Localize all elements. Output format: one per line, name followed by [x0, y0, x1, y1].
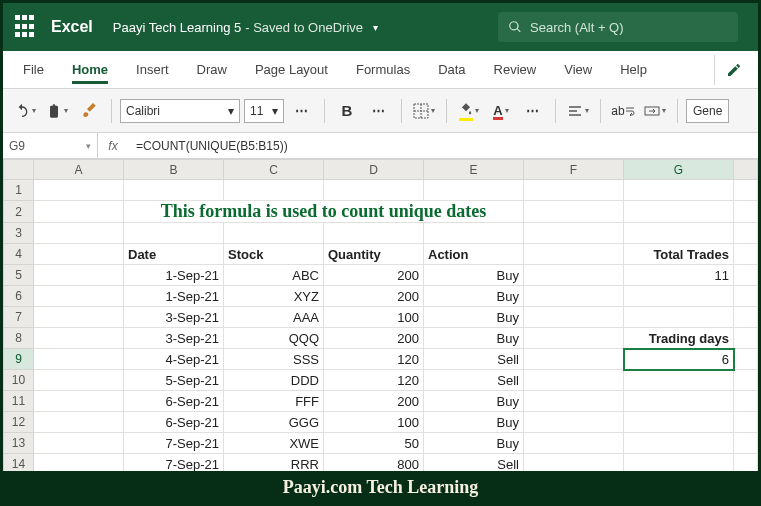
formula-bar: G9▾ fx =COUNT(UNIQUE(B5:B15)) [3, 133, 758, 159]
document-title[interactable]: Paayi Tech Learning 5 - Saved to OneDriv… [113, 20, 378, 35]
ribbon: ▾ ▾ Calibri▾ 11▾ ⋯ B ⋯ ▾ ▾ A▾ ⋯ ▾ ab ▾ G… [3, 89, 758, 133]
app-name: Excel [51, 18, 93, 36]
pen-icon [726, 62, 742, 78]
row-header[interactable]: 4 [4, 244, 34, 265]
search-input[interactable]: Search (Alt + Q) [498, 12, 738, 42]
number-format-select[interactable]: Gene [686, 99, 729, 123]
fx-label[interactable]: fx [98, 139, 128, 153]
format-painter-button[interactable] [75, 97, 103, 125]
font-color-button[interactable]: A▾ [487, 97, 515, 125]
font-style-more-button[interactable]: ⋯ [365, 97, 393, 125]
tab-file[interactable]: File [9, 51, 58, 88]
font-more-button[interactable]: ⋯ [288, 97, 316, 125]
spreadsheet-grid[interactable]: ABCDEFG 1 2This formula is used to count… [3, 159, 758, 496]
tab-home[interactable]: Home [58, 51, 122, 88]
border-icon [413, 103, 429, 119]
app-launcher-icon[interactable] [11, 11, 43, 43]
active-cell[interactable]: 6 [624, 349, 734, 370]
paste-button[interactable]: ▾ [43, 97, 71, 125]
brush-icon [81, 103, 97, 119]
borders-button[interactable]: ▾ [410, 97, 438, 125]
font-select[interactable]: Calibri▾ [120, 99, 240, 123]
tab-view[interactable]: View [550, 51, 606, 88]
color-more-button[interactable]: ⋯ [519, 97, 547, 125]
row-header[interactable]: 7 [4, 307, 34, 328]
name-box[interactable]: G9▾ [3, 133, 98, 158]
row-header[interactable]: 13 [4, 433, 34, 454]
tab-review[interactable]: Review [480, 51, 551, 88]
row-header[interactable]: 11 [4, 391, 34, 412]
fill-color-button[interactable]: ▾ [455, 97, 483, 125]
tab-data[interactable]: Data [424, 51, 479, 88]
tab-page-layout[interactable]: Page Layout [241, 51, 342, 88]
row-header[interactable]: 10 [4, 370, 34, 391]
row-header[interactable]: 5 [4, 265, 34, 286]
merge-icon [644, 103, 660, 119]
row-header[interactable]: 12 [4, 412, 34, 433]
formula-input[interactable]: =COUNT(UNIQUE(B5:B15)) [128, 133, 758, 158]
tab-insert[interactable]: Insert [122, 51, 183, 88]
tab-help[interactable]: Help [606, 51, 661, 88]
font-size-select[interactable]: 11▾ [244, 99, 284, 123]
tab-draw[interactable]: Draw [183, 51, 241, 88]
wrap-icon [625, 106, 635, 116]
row-header[interactable]: 2 [4, 201, 34, 223]
menu-bar: File Home Insert Draw Page Layout Formul… [3, 51, 758, 89]
bucket-icon [459, 102, 473, 116]
undo-button[interactable]: ▾ [11, 97, 39, 125]
chevron-down-icon: ▾ [373, 22, 378, 33]
title-bar: Excel Paayi Tech Learning 5 - Saved to O… [3, 3, 758, 51]
bold-button[interactable]: B [333, 97, 361, 125]
row-header[interactable]: 8 [4, 328, 34, 349]
undo-icon [14, 103, 30, 119]
align-button[interactable]: ▾ [564, 97, 592, 125]
column-headers[interactable]: ABCDEFG [4, 160, 758, 180]
wrap-text-button[interactable]: ab [609, 97, 637, 125]
tab-formulas[interactable]: Formulas [342, 51, 424, 88]
clipboard-icon [46, 103, 62, 119]
merge-button[interactable]: ▾ [641, 97, 669, 125]
align-icon [567, 103, 583, 119]
sheet-title[interactable]: This formula is used to count unique dat… [124, 201, 524, 223]
search-icon [508, 20, 522, 34]
watermark-footer: Paayi.com Tech Learning [3, 471, 758, 503]
row-header[interactable]: 3 [4, 223, 34, 244]
row-header[interactable]: 1 [4, 180, 34, 201]
row-header[interactable]: 6 [4, 286, 34, 307]
select-all-corner[interactable] [4, 160, 34, 180]
row-header[interactable]: 9 [4, 349, 34, 370]
editing-mode-button[interactable] [714, 55, 752, 85]
